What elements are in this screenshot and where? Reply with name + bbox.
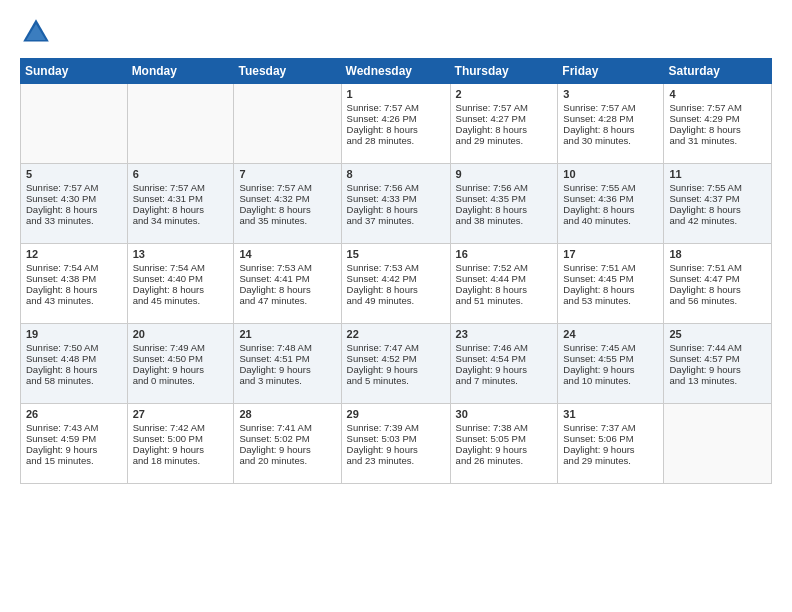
- day-info-line: and 49 minutes.: [347, 295, 445, 306]
- day-number: 10: [563, 168, 658, 180]
- weekday-header-wednesday: Wednesday: [341, 59, 450, 84]
- calendar-cell: [21, 84, 128, 164]
- weekday-header-row: SundayMondayTuesdayWednesdayThursdayFrid…: [21, 59, 772, 84]
- day-number: 24: [563, 328, 658, 340]
- day-number: 12: [26, 248, 122, 260]
- day-number: 16: [456, 248, 553, 260]
- calendar-cell: [664, 404, 772, 484]
- day-info-line: Daylight: 9 hours: [456, 444, 553, 455]
- calendar-cell: 8Sunrise: 7:56 AMSunset: 4:33 PMDaylight…: [341, 164, 450, 244]
- day-info-line: Sunset: 4:30 PM: [26, 193, 122, 204]
- calendar-cell: 18Sunrise: 7:51 AMSunset: 4:47 PMDayligh…: [664, 244, 772, 324]
- day-info-line: Sunrise: 7:48 AM: [239, 342, 335, 353]
- day-info-line: Daylight: 8 hours: [563, 124, 658, 135]
- day-number: 28: [239, 408, 335, 420]
- day-info-line: Daylight: 8 hours: [669, 204, 766, 215]
- header: [20, 16, 772, 48]
- day-number: 4: [669, 88, 766, 100]
- day-info-line: Sunset: 4:42 PM: [347, 273, 445, 284]
- day-info-line: and 37 minutes.: [347, 215, 445, 226]
- day-info-line: Daylight: 8 hours: [669, 124, 766, 135]
- day-info-line: Sunrise: 7:55 AM: [669, 182, 766, 193]
- day-info-line: Daylight: 9 hours: [239, 364, 335, 375]
- day-info-line: Sunset: 4:59 PM: [26, 433, 122, 444]
- day-info-line: Daylight: 8 hours: [239, 284, 335, 295]
- day-info-line: Sunrise: 7:42 AM: [133, 422, 229, 433]
- calendar-cell: 6Sunrise: 7:57 AMSunset: 4:31 PMDaylight…: [127, 164, 234, 244]
- day-info-line: Sunset: 4:40 PM: [133, 273, 229, 284]
- day-info-line: and 58 minutes.: [26, 375, 122, 386]
- day-number: 22: [347, 328, 445, 340]
- day-info-line: Sunrise: 7:43 AM: [26, 422, 122, 433]
- day-info-line: Daylight: 8 hours: [133, 204, 229, 215]
- calendar-cell: [234, 84, 341, 164]
- day-info-line: Daylight: 9 hours: [563, 364, 658, 375]
- day-info-line: and 15 minutes.: [26, 455, 122, 466]
- day-number: 17: [563, 248, 658, 260]
- day-info-line: Sunset: 4:35 PM: [456, 193, 553, 204]
- day-info-line: Sunrise: 7:51 AM: [563, 262, 658, 273]
- calendar-cell: 23Sunrise: 7:46 AMSunset: 4:54 PMDayligh…: [450, 324, 558, 404]
- calendar-cell: 5Sunrise: 7:57 AMSunset: 4:30 PMDaylight…: [21, 164, 128, 244]
- day-number: 30: [456, 408, 553, 420]
- day-info-line: Sunrise: 7:45 AM: [563, 342, 658, 353]
- week-row-5: 26Sunrise: 7:43 AMSunset: 4:59 PMDayligh…: [21, 404, 772, 484]
- calendar-cell: 29Sunrise: 7:39 AMSunset: 5:03 PMDayligh…: [341, 404, 450, 484]
- day-info-line: and 29 minutes.: [563, 455, 658, 466]
- day-number: 27: [133, 408, 229, 420]
- day-number: 7: [239, 168, 335, 180]
- day-info-line: Daylight: 8 hours: [456, 124, 553, 135]
- day-info-line: and 7 minutes.: [456, 375, 553, 386]
- day-info-line: Daylight: 9 hours: [26, 444, 122, 455]
- calendar-cell: 9Sunrise: 7:56 AMSunset: 4:35 PMDaylight…: [450, 164, 558, 244]
- day-info-line: Daylight: 8 hours: [26, 204, 122, 215]
- day-info-line: Daylight: 8 hours: [456, 204, 553, 215]
- calendar-cell: 3Sunrise: 7:57 AMSunset: 4:28 PMDaylight…: [558, 84, 664, 164]
- day-info-line: and 20 minutes.: [239, 455, 335, 466]
- weekday-header-thursday: Thursday: [450, 59, 558, 84]
- weekday-header-saturday: Saturday: [664, 59, 772, 84]
- day-info-line: Sunrise: 7:53 AM: [347, 262, 445, 273]
- calendar-cell: 16Sunrise: 7:52 AMSunset: 4:44 PMDayligh…: [450, 244, 558, 324]
- week-row-2: 5Sunrise: 7:57 AMSunset: 4:30 PMDaylight…: [21, 164, 772, 244]
- day-info-line: Sunrise: 7:56 AM: [347, 182, 445, 193]
- day-info-line: Sunrise: 7:57 AM: [669, 102, 766, 113]
- day-info-line: Daylight: 8 hours: [239, 204, 335, 215]
- day-info-line: Sunset: 4:57 PM: [669, 353, 766, 364]
- day-info-line: Daylight: 8 hours: [563, 284, 658, 295]
- day-info-line: Daylight: 9 hours: [133, 444, 229, 455]
- day-info-line: Daylight: 9 hours: [456, 364, 553, 375]
- day-info-line: Sunrise: 7:50 AM: [26, 342, 122, 353]
- calendar-cell: 12Sunrise: 7:54 AMSunset: 4:38 PMDayligh…: [21, 244, 128, 324]
- logo: [20, 16, 56, 48]
- day-info-line: Daylight: 9 hours: [347, 444, 445, 455]
- calendar-cell: [127, 84, 234, 164]
- day-number: 13: [133, 248, 229, 260]
- day-info-line: Sunset: 4:55 PM: [563, 353, 658, 364]
- day-info-line: Sunrise: 7:52 AM: [456, 262, 553, 273]
- calendar-cell: 26Sunrise: 7:43 AMSunset: 4:59 PMDayligh…: [21, 404, 128, 484]
- day-info-line: Sunset: 4:32 PM: [239, 193, 335, 204]
- day-info-line: Sunrise: 7:57 AM: [26, 182, 122, 193]
- day-info-line: Sunrise: 7:44 AM: [669, 342, 766, 353]
- day-number: 19: [26, 328, 122, 340]
- day-info-line: and 47 minutes.: [239, 295, 335, 306]
- day-info-line: Sunset: 4:45 PM: [563, 273, 658, 284]
- day-info-line: Sunset: 4:37 PM: [669, 193, 766, 204]
- day-info-line: Sunrise: 7:55 AM: [563, 182, 658, 193]
- day-info-line: and 56 minutes.: [669, 295, 766, 306]
- day-info-line: Sunset: 4:47 PM: [669, 273, 766, 284]
- calendar-cell: 22Sunrise: 7:47 AMSunset: 4:52 PMDayligh…: [341, 324, 450, 404]
- day-info-line: Sunset: 4:48 PM: [26, 353, 122, 364]
- day-info-line: Daylight: 8 hours: [347, 124, 445, 135]
- day-info-line: Daylight: 8 hours: [133, 284, 229, 295]
- day-info-line: and 18 minutes.: [133, 455, 229, 466]
- calendar-cell: 13Sunrise: 7:54 AMSunset: 4:40 PMDayligh…: [127, 244, 234, 324]
- day-number: 2: [456, 88, 553, 100]
- day-info-line: Sunrise: 7:51 AM: [669, 262, 766, 273]
- calendar-cell: 15Sunrise: 7:53 AMSunset: 4:42 PMDayligh…: [341, 244, 450, 324]
- calendar-cell: 27Sunrise: 7:42 AMSunset: 5:00 PMDayligh…: [127, 404, 234, 484]
- calendar-cell: 1Sunrise: 7:57 AMSunset: 4:26 PMDaylight…: [341, 84, 450, 164]
- calendar-cell: 10Sunrise: 7:55 AMSunset: 4:36 PMDayligh…: [558, 164, 664, 244]
- day-info-line: Sunrise: 7:57 AM: [347, 102, 445, 113]
